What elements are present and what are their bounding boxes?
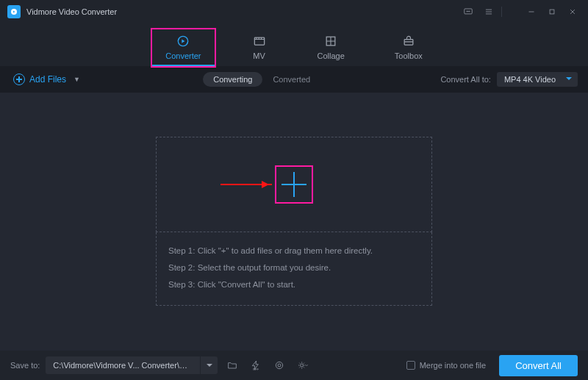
save-to-label: Save to: [10, 361, 40, 370]
checkbox-icon [406, 361, 415, 370]
nav-toolbox[interactable]: Toolbox [381, 29, 436, 66]
merge-label: Merge into one file [420, 361, 487, 370]
maximize-icon[interactable] [544, 4, 560, 20]
add-files-label: Add Files [29, 74, 66, 85]
nav-collage[interactable]: Collage [304, 29, 358, 66]
merge-checkbox[interactable]: Merge into one file [406, 361, 487, 370]
plus-circle-icon [13, 74, 25, 85]
convert-all-format: Convert All to: MP4 4K Video [440, 72, 578, 87]
svg-point-4 [469, 11, 470, 12]
convert-state-toggle: Converting Converted [203, 72, 320, 87]
add-files-plus-icon[interactable] [275, 165, 313, 204]
minimize-icon[interactable] [523, 4, 539, 20]
feedback-icon[interactable] [460, 4, 476, 20]
nav-label: Converter [165, 51, 201, 60]
titlebar: Vidmore Video Converter [0, 0, 588, 24]
sub-toolbar: Add Files ▼ Converting Converted Convert… [0, 66, 588, 93]
drop-zone[interactable] [156, 137, 432, 232]
main-nav: Converter MV Collage Toolbox [0, 24, 588, 66]
instructions-panel: Step 1: Click "+" to add files or drag t… [156, 232, 432, 306]
nav-label: Collage [318, 51, 345, 60]
svg-point-3 [468, 11, 469, 12]
svg-text:OFF: OFF [253, 368, 259, 371]
format-select[interactable]: MP4 4K Video [497, 72, 578, 87]
menu-icon[interactable] [481, 4, 497, 20]
app-title: Vidmore Video Converter [26, 7, 117, 16]
toolbox-icon [401, 34, 417, 49]
tutorial-arrow-icon [220, 184, 272, 185]
convert-all-button[interactable]: Convert All [499, 355, 578, 376]
tab-converting[interactable]: Converting [203, 72, 262, 87]
add-files-button[interactable]: Add Files ▼ [10, 71, 83, 88]
svg-rect-5 [550, 10, 554, 14]
tab-converted[interactable]: Converted [262, 72, 320, 87]
output-path-box: C:\Vidmore\Vidmore V... Converter\Conver… [46, 356, 218, 374]
output-path[interactable]: C:\Vidmore\Vidmore V... Converter\Conver… [46, 361, 200, 370]
nav-label: Toolbox [395, 51, 423, 60]
collage-icon [323, 34, 339, 49]
settings-dropdown-icon[interactable] [294, 356, 312, 374]
close-icon[interactable] [564, 4, 581, 20]
svg-point-12 [278, 364, 281, 367]
svg-point-2 [467, 11, 467, 12]
app-logo-icon [7, 5, 21, 18]
convert-all-label: Convert All to: [440, 75, 490, 84]
chevron-down-icon: ▼ [74, 76, 80, 83]
nav-label: MV [253, 51, 265, 60]
svg-point-11 [276, 362, 283, 368]
nav-converter[interactable]: Converter [152, 29, 214, 66]
footer-bar: Save to: C:\Vidmore\Vidmore V... Convert… [0, 351, 588, 380]
instruction-step-2: Step 2: Select the output format you des… [168, 259, 420, 276]
nav-mv[interactable]: MV [238, 29, 281, 66]
work-area: Step 1: Click "+" to add files or drag t… [0, 93, 588, 351]
high-speed-icon[interactable] [270, 356, 288, 374]
open-folder-icon[interactable] [223, 356, 241, 374]
output-path-dropdown[interactable] [200, 356, 218, 374]
svg-point-13 [301, 364, 304, 367]
instruction-step-3: Step 3: Click "Convert All" to start. [168, 276, 420, 293]
converter-icon [175, 34, 191, 49]
titlebar-divider [501, 7, 517, 17]
instruction-step-1: Step 1: Click "+" to add files or drag t… [168, 243, 420, 259]
mv-icon [251, 34, 268, 49]
hardware-accel-icon[interactable]: OFF [247, 356, 265, 374]
